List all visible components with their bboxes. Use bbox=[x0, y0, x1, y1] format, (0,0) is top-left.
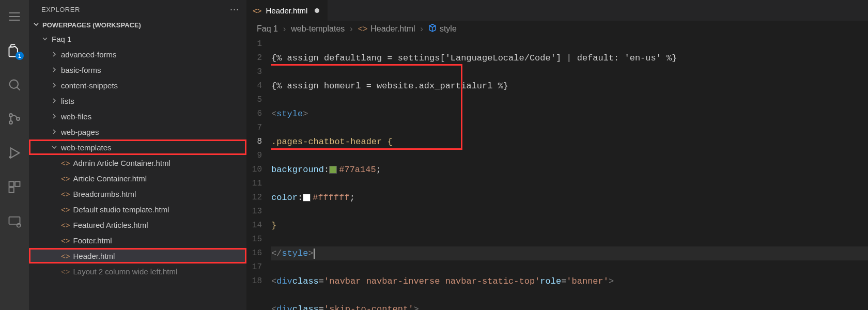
svg-point-1 bbox=[9, 114, 12, 117]
file-item[interactable]: <>Article Container.html bbox=[29, 171, 246, 186]
tabs-row: <> Header.html bbox=[246, 0, 868, 21]
folder-label: basic-forms bbox=[61, 66, 101, 74]
chevron-right-icon: › bbox=[350, 24, 352, 34]
tab-label: Header.html bbox=[266, 6, 308, 15]
html-file-icon: <> bbox=[253, 6, 262, 15]
folder-label: web-files bbox=[61, 112, 91, 121]
run-debug-icon[interactable] bbox=[2, 141, 27, 165]
html-file-icon: <> bbox=[61, 159, 70, 167]
dirty-indicator-icon bbox=[315, 8, 319, 13]
chevron-right-icon bbox=[51, 129, 58, 135]
svg-rect-7 bbox=[9, 188, 14, 192]
folder-web-templates[interactable]: web-templates bbox=[29, 140, 246, 155]
sidebar-title: EXPLORER bbox=[41, 6, 80, 13]
file-item[interactable]: <>Layout 2 column wide left.html bbox=[29, 264, 246, 279]
folder-label: advanced-forms bbox=[61, 50, 117, 59]
color-swatch-icon bbox=[329, 166, 337, 174]
svg-rect-6 bbox=[15, 182, 20, 187]
chevron-right-icon bbox=[51, 98, 58, 104]
svg-rect-5 bbox=[9, 182, 14, 187]
html-file-icon: <> bbox=[61, 205, 70, 214]
tab-header-html[interactable]: <> Header.html bbox=[246, 0, 328, 21]
color-swatch-icon bbox=[303, 194, 311, 202]
file-label: Admin Article Container.html bbox=[73, 159, 171, 167]
chevron-right-icon: › bbox=[283, 24, 286, 34]
folder-item[interactable]: web-pages bbox=[29, 124, 246, 140]
folder-label: Faq 1 bbox=[52, 35, 71, 43]
explorer-icon[interactable]: 1 bbox=[2, 38, 27, 63]
chevron-right-icon bbox=[51, 67, 58, 73]
chevron-down-icon bbox=[41, 36, 49, 42]
breadcrumb-item[interactable]: Faq 1 bbox=[257, 24, 278, 34]
explorer-badge: 1 bbox=[16, 52, 24, 60]
file-header-html[interactable]: <>Header.html bbox=[29, 248, 246, 264]
file-item[interactable]: <>Footer.html bbox=[29, 233, 246, 248]
code-editor[interactable]: 1 2 3 4 5 6 7 8 9 10 11 12 13 14 15 16 1… bbox=[246, 37, 868, 310]
breadcrumbs: Faq 1› web-templates› <>Header.html› sty… bbox=[246, 21, 868, 37]
svg-rect-8 bbox=[9, 217, 20, 224]
folder-label: web-templates bbox=[61, 143, 112, 152]
html-file-icon: <> bbox=[61, 221, 70, 229]
folder-label: content-snippets bbox=[61, 81, 118, 90]
file-label: Featured Articles.html bbox=[73, 221, 148, 229]
html-file-icon: <> bbox=[61, 174, 70, 183]
chevron-right-icon bbox=[51, 113, 58, 119]
menu-icon[interactable] bbox=[2, 4, 27, 29]
svg-point-0 bbox=[10, 80, 18, 88]
breadcrumb-item[interactable]: web-templates bbox=[291, 24, 345, 34]
html-file-icon: <> bbox=[61, 252, 70, 260]
workspace-label: POWERPAGES (WORKSPACE) bbox=[42, 21, 141, 29]
html-file-icon: <> bbox=[61, 190, 70, 198]
html-file-icon: <> bbox=[61, 236, 70, 245]
folder-label: lists bbox=[61, 97, 74, 105]
folder-item[interactable]: basic-forms bbox=[29, 62, 246, 78]
explorer-sidebar: EXPLORER ··· POWERPAGES (WORKSPACE) Faq … bbox=[29, 0, 246, 310]
folder-item[interactable]: advanced-forms bbox=[29, 47, 246, 62]
file-label: Header.html bbox=[73, 252, 115, 260]
chevron-down-icon bbox=[51, 144, 58, 150]
svg-point-4 bbox=[10, 157, 11, 158]
file-item[interactable]: <>Featured Articles.html bbox=[29, 217, 246, 233]
line-gutter: 1 2 3 4 5 6 7 8 9 10 11 12 13 14 15 16 1… bbox=[246, 37, 271, 310]
folder-item[interactable]: web-files bbox=[29, 109, 246, 124]
file-item[interactable]: <>Default studio template.html bbox=[29, 202, 246, 217]
extensions-icon[interactable] bbox=[2, 175, 27, 199]
file-label: Default studio template.html bbox=[73, 205, 169, 214]
chevron-right-icon bbox=[51, 82, 58, 88]
folder-item[interactable]: lists bbox=[29, 93, 246, 109]
file-label: Article Container.html bbox=[73, 174, 147, 183]
editor-area: <> Header.html Faq 1› web-templates› <>H… bbox=[246, 0, 868, 310]
file-item[interactable]: <>Breadcrumbs.html bbox=[29, 186, 246, 202]
workspace-header[interactable]: POWERPAGES (WORKSPACE) bbox=[29, 19, 246, 31]
chevron-down-icon bbox=[33, 21, 39, 29]
activity-bar: 1 bbox=[0, 0, 29, 310]
folder-root[interactable]: Faq 1 bbox=[29, 31, 246, 47]
remote-icon[interactable] bbox=[2, 209, 27, 234]
sidebar-title-row: EXPLORER ··· bbox=[29, 0, 246, 19]
chevron-right-icon: › bbox=[421, 24, 423, 34]
search-icon[interactable] bbox=[2, 72, 27, 97]
file-item[interactable]: <>Admin Article Container.html bbox=[29, 155, 246, 171]
breadcrumb-item[interactable]: <>Header.html bbox=[358, 24, 415, 34]
sidebar-more-icon[interactable]: ··· bbox=[230, 4, 239, 15]
symbol-icon bbox=[428, 24, 437, 34]
file-label: Breadcrumbs.html bbox=[73, 190, 136, 198]
breadcrumb-item[interactable]: style bbox=[428, 24, 457, 34]
file-label: Footer.html bbox=[73, 236, 112, 245]
chevron-right-icon bbox=[51, 51, 58, 57]
file-tree: Faq 1 advanced-forms basic-forms content… bbox=[29, 31, 246, 310]
file-label: Layout 2 column wide left.html bbox=[73, 267, 178, 276]
svg-point-2 bbox=[9, 121, 12, 124]
source-control-icon[interactable] bbox=[2, 106, 27, 131]
folder-label: web-pages bbox=[61, 128, 99, 136]
html-file-icon: <> bbox=[61, 267, 70, 276]
svg-point-3 bbox=[17, 117, 20, 120]
code-content[interactable]: {% assign defaultlang = settings['Langua… bbox=[271, 37, 868, 310]
folder-item[interactable]: content-snippets bbox=[29, 78, 246, 93]
